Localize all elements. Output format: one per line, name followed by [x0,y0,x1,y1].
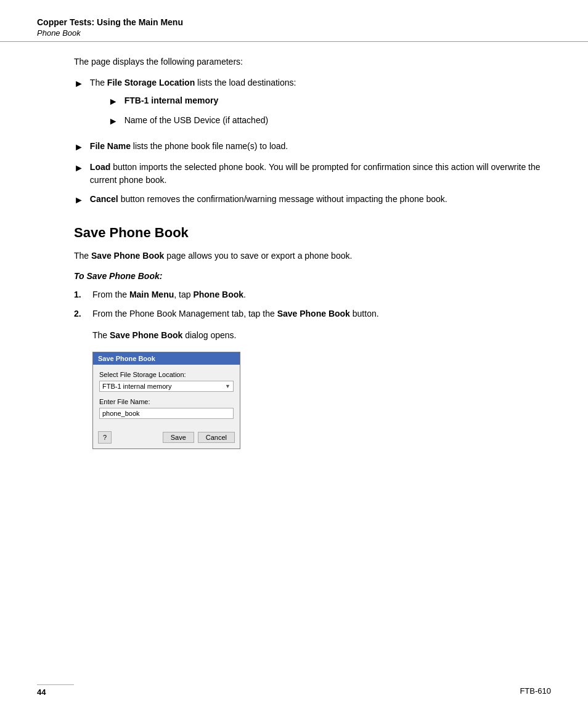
section-intro-bold: Save Phone Book [91,251,164,261]
bullet-arrow-icon: ► [74,193,84,208]
file-name-input: phone_book [99,408,234,419]
sub-item-ftb: FTB-1 internal memory [125,94,551,107]
list-item: ► Cancel button removes the confirmation… [74,193,551,208]
dialog-titlebar: Save Phone Book [93,352,240,365]
list-item: ► Name of the USB Device (if attached) [108,114,551,129]
bullet-arrow-icon: ► [108,94,118,109]
bullet-arrow-icon: ► [74,161,84,176]
content-area: The page displays the following paramete… [0,57,588,449]
sub-para-bold: Save Phone Book [110,330,182,340]
step1-bold2: Phone Book [193,290,243,299]
dialog-body: Select File Storage Location: FTB-1 inte… [93,365,240,429]
file-storage-after: lists the load destinations: [195,78,296,87]
dialog-footer: ? Save Cancel [93,429,240,448]
cancel-text: Cancel button removes the confirmation/w… [90,193,551,206]
bullet-arrow-icon: ► [108,114,118,129]
section-intro: The Save Phone Book page allows you to s… [74,249,551,262]
page-container: Copper Tests: Using the Main Menu Phone … [0,0,588,714]
save-button[interactable]: Save [163,432,194,443]
sub-item-usb: Name of the USB Device (if attached) [125,114,551,127]
page-number: 44 [37,684,74,697]
bullet-arrow-icon: ► [74,140,84,155]
dropdown-arrow-icon: ▼ [225,383,231,389]
file-storage-bold: File Storage Location [107,78,195,87]
cancel-bold: Cancel [90,194,118,204]
sub-bullet-list: ► FTB-1 internal memory ► Name of the US… [108,94,551,129]
list-item: ► Load button imports the selected phone… [74,161,551,187]
load-bold: Load [90,162,110,172]
header-title: Copper Tests: Using the Main Menu [37,17,551,27]
numbered-list: 1. From the Main Menu, tap Phone Book. 2… [74,288,551,320]
load-text: Load button imports the selected phone b… [90,161,551,187]
intro-text: The page displays the following paramete… [74,57,551,67]
list-item: ► The File Storage Location lists the lo… [74,76,551,134]
procedure-heading: To Save Phone Book: [74,271,551,281]
step-number: 2. [74,307,86,320]
dialog-screenshot: Save Phone Book Select File Storage Loca… [92,352,240,449]
main-bullet-list: ► The File Storage Location lists the lo… [74,76,551,208]
page-footer: 44 FTB-610 [0,684,588,697]
list-item: 1. From the Main Menu, tap Phone Book. [74,288,551,301]
header-subtitle: Phone Book [37,28,551,38]
action-buttons: Save Cancel [163,432,235,443]
bullet-arrow-icon: ► [74,76,84,91]
help-button[interactable]: ? [98,431,112,444]
step1-bold1: Main Menu [129,290,174,299]
product-code: FTB-610 [520,686,551,696]
step-1-text: From the Main Menu, tap Phone Book. [92,288,551,301]
file-name-bold: File Name [90,141,131,151]
sub-paragraph: The Save Phone Book dialog opens. [92,329,551,342]
storage-select: FTB-1 internal memory ▼ [99,381,234,392]
step-2-text: From the Phone Book Management tab, tap … [92,307,551,320]
file-label: Enter File Name: [99,398,234,405]
list-item: ► File Name lists the phone book file na… [74,140,551,155]
step2-bold1: Save Phone Book [277,309,350,318]
storage-value: FTB-1 internal memory [102,383,171,390]
storage-label: Select File Storage Location: [99,371,234,378]
cancel-button[interactable]: Cancel [198,432,235,443]
step-number: 1. [74,288,86,301]
page-header: Copper Tests: Using the Main Menu Phone … [0,0,588,42]
section-heading: Save Phone Book [74,225,551,241]
list-item: ► FTB-1 internal memory [108,94,551,109]
file-storage-text: The File Storage Location lists the load… [90,76,551,134]
file-name-text: File Name lists the phone book file name… [90,140,551,153]
list-item: 2. From the Phone Book Management tab, t… [74,307,551,320]
